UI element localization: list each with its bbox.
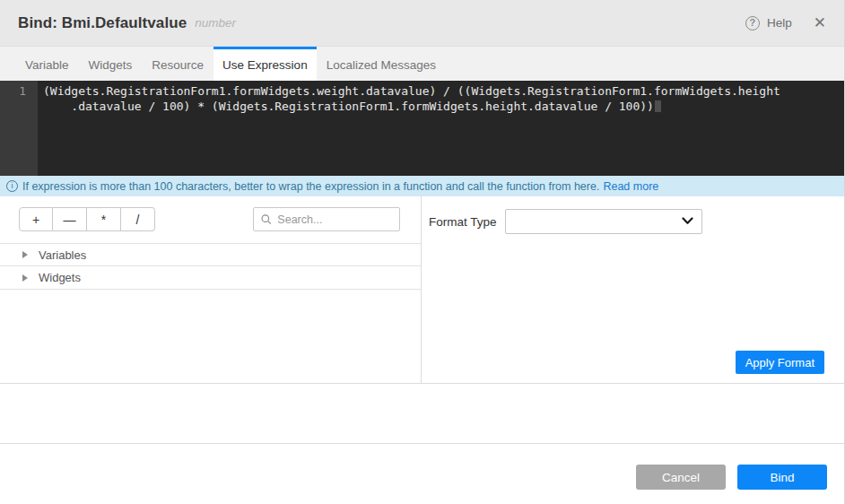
search-box[interactable] — [253, 207, 400, 231]
editor-gutter: 1 — [0, 81, 38, 176]
header-actions: ? Help ✕ — [745, 15, 826, 30]
tab-bar: Variable Widgets Resource Use Expression… — [0, 47, 844, 81]
format-type-label: Format Type — [429, 215, 505, 229]
bind-source-tree: Variables Widgets — [0, 243, 421, 290]
operator-button-group: + — * / — [19, 207, 155, 231]
tab-variable[interactable]: Variable — [15, 47, 79, 81]
help-link[interactable]: Help — [767, 16, 792, 30]
cancel-button[interactable]: Cancel — [636, 465, 726, 490]
read-more-link[interactable]: Read more — [603, 180, 658, 193]
dialog-subtitle: number — [195, 16, 236, 30]
close-icon[interactable]: ✕ — [814, 15, 826, 30]
tab-localized-messages[interactable]: Localized Messages — [317, 47, 446, 81]
help-icon[interactable]: ? — [745, 16, 760, 30]
chevron-down-icon — [682, 217, 693, 225]
bind-button[interactable]: Bind — [737, 465, 827, 490]
tree-item-label: Widgets — [39, 271, 81, 284]
format-panel: Format Type Apply Format — [422, 196, 844, 383]
main-area: + — * / Variables — [0, 196, 844, 384]
plus-operator-button[interactable]: + — [19, 207, 53, 231]
tree-item-widgets[interactable]: Widgets — [0, 266, 421, 290]
apply-format-button[interactable]: Apply Format — [736, 351, 824, 374]
tree-item-label: Variables — [39, 248, 86, 262]
tree-item-variables[interactable]: Variables — [0, 243, 421, 266]
info-message: If expression is more than 100 character… — [22, 180, 599, 193]
info-bar: i If expression is more than 100 charact… — [0, 176, 844, 196]
minus-operator-button[interactable]: — — [53, 207, 87, 231]
search-icon — [261, 213, 271, 225]
format-type-select[interactable] — [505, 209, 702, 234]
format-type-row: Format Type — [429, 209, 844, 234]
multiply-operator-button[interactable]: * — [87, 207, 121, 231]
search-input[interactable] — [277, 213, 392, 226]
line-number: 1 — [19, 84, 26, 98]
bind-dialog: Bind: Bmi.Defaultvalue number ? Help ✕ V… — [0, 0, 845, 504]
dialog-header: Bind: Bmi.Defaultvalue number ? Help ✕ — [0, 0, 844, 47]
tab-use-expression[interactable]: Use Expression — [213, 47, 317, 81]
expression-editor[interactable]: 1 (Widgets.RegistrationForm1.formWidgets… — [0, 81, 844, 176]
info-icon: i — [6, 180, 18, 192]
text-cursor — [655, 100, 661, 112]
caret-right-icon — [22, 251, 28, 258]
code-line-2: .datavalue / 100) * (Widgets.Registratio… — [43, 100, 780, 115]
tab-widgets[interactable]: Widgets — [79, 47, 143, 81]
expression-builder-panel: + — * / Variables — [0, 196, 422, 383]
content-spacer — [0, 384, 844, 443]
dialog-footer: Cancel Bind — [0, 443, 844, 504]
code-line-1: (Widgets.RegistrationForm1.formWidgets.w… — [43, 84, 780, 100]
dialog-title: Bind: Bmi.Defaultvalue — [18, 14, 187, 32]
code-line-2-text: .datavalue / 100) * (Widgets.Registratio… — [43, 100, 654, 113]
builder-toolbar: + — * / — [0, 207, 421, 231]
editor-code[interactable]: (Widgets.RegistrationForm1.formWidgets.w… — [38, 81, 780, 176]
caret-right-icon — [22, 274, 28, 282]
divide-operator-button[interactable]: / — [121, 207, 155, 231]
tab-resource[interactable]: Resource — [142, 47, 213, 81]
